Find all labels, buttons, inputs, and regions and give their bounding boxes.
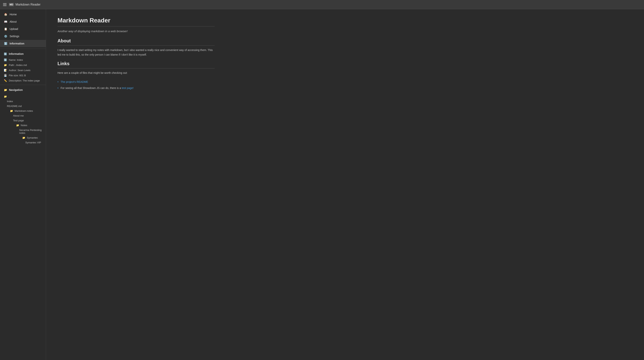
navigation-header-label: Navigation [9, 88, 23, 92]
info-path-text: Path: ./index.md [9, 64, 27, 66]
hamburger-menu-button[interactable] [3, 3, 6, 6]
gear-icon: ⚙️ [4, 34, 7, 38]
sidebar-information-label: Information [10, 42, 24, 45]
testpage-prefix: For seeing all that Showdown JS can do, … [60, 86, 122, 90]
book-icon: 📖 [4, 20, 7, 24]
section-links-heading: Links [58, 61, 215, 68]
info-header-icon: ℹ️ [4, 52, 7, 56]
info-name: ℹ️ Name: Index [0, 57, 46, 62]
links-list: The project's README For seeing all that… [58, 79, 215, 91]
info-name-text: Name: Index [9, 58, 23, 61]
file-about-me[interactable]: About me [3, 113, 46, 118]
nav-folder-icon: 📁 [4, 88, 7, 92]
notes-folder-name: Notes [21, 124, 27, 127]
page-subtitle: Another way of displaying markdown in a … [58, 30, 215, 33]
file-index[interactable]: Index [0, 99, 46, 104]
sidebar: 🏠 Home 📖 About 📋 Upload ⚙️ Settings ℹ️ I… [0, 9, 46, 360]
info-path: 📁 Path: ./index.md [0, 62, 46, 68]
info-description: ✏️ Description: The index page [0, 78, 46, 83]
list-item-readme: The project's README [58, 79, 215, 85]
info-description-text: Description: The index page [9, 79, 40, 82]
info-author-text: Author: Sean Lewis [9, 69, 30, 72]
markdown-notes-name: Markdown-notes [14, 110, 33, 112]
subtitle-rest: way of displaying markdown in a web brow… [68, 30, 128, 33]
sidebar-upload-label: Upload [10, 28, 18, 30]
info-name-icon: ℹ️ [4, 58, 7, 61]
notes-folder-icon: 📁 [16, 124, 19, 127]
section-about-heading: About [58, 38, 215, 46]
file-test-page[interactable]: Test page [3, 118, 46, 123]
sidebar-home-label: Home [10, 13, 17, 16]
folder-icon: 📁 [4, 64, 7, 66]
information-header: ℹ️ Information [0, 50, 46, 57]
root-folder-label: 📁 . [0, 94, 46, 99]
section-about-content: I really wanted to start writing my note… [58, 48, 215, 57]
subtitle-italic: Another [58, 30, 68, 33]
subfolder-notes: 📁 Notes Secarma Pentesting notes 📁 Syman… [3, 123, 46, 145]
notes-folder-label: 📁 Notes [6, 123, 46, 128]
subfolder-symantec: 📁 Symantec Symantec VIP [6, 135, 46, 145]
root-folder-icon: 📁 [4, 95, 7, 98]
file-symantec-vip[interactable]: Symantec VIP [9, 140, 46, 145]
info-filesize: 💾 File size: 601 B [0, 73, 46, 78]
sidebar-about-label: About [10, 20, 17, 23]
information-header-label: Information [9, 52, 24, 56]
testpage-link[interactable]: test page! [122, 86, 134, 90]
logo-icon: MD [9, 3, 14, 6]
root-folder-name: . [8, 95, 9, 98]
sidebar-item-home[interactable]: 🏠 Home [0, 11, 46, 18]
sidebar-item-information[interactable]: ℹ️ Information [0, 40, 46, 47]
root-folder: 📁 . Index README.md 📁 Markdown-notes Abo… [0, 93, 46, 146]
main-content: Markdown Reader Another way of displayin… [46, 9, 644, 360]
symantec-folder-icon: 📁 [22, 136, 25, 139]
home-icon: 🏠 [4, 13, 7, 16]
navigation-header: 📁 Navigation [0, 86, 46, 93]
markdown-notes-label: 📁 Markdown-notes [3, 108, 46, 113]
sidebar-settings-label: Settings [10, 35, 19, 38]
sidebar-item-settings[interactable]: ⚙️ Settings [0, 32, 46, 40]
readme-link[interactable]: The project's README [60, 80, 88, 84]
main-layout: 🏠 Home 📖 About 📋 Upload ⚙️ Settings ℹ️ I… [0, 9, 644, 360]
filesize-icon: 💾 [4, 74, 7, 77]
subfolder-markdown-notes: 📁 Markdown-notes About me Test page 📁 No… [0, 108, 46, 145]
markdown-notes-icon: 📁 [10, 110, 13, 112]
author-icon: 📝 [4, 69, 7, 72]
sidebar-information-section: ℹ️ Information ℹ️ Name: Index 📁 Path: ./… [0, 49, 46, 85]
app-title: Markdown Reader [16, 3, 41, 6]
page-title: Markdown Reader [58, 17, 215, 26]
sidebar-item-upload[interactable]: 📋 Upload [0, 25, 46, 32]
content-area: Markdown Reader Another way of displayin… [58, 17, 215, 91]
sidebar-nav-section: 🏠 Home 📖 About 📋 Upload ⚙️ Settings ℹ️ I… [0, 9, 46, 49]
sidebar-item-about[interactable]: 📖 About [0, 18, 46, 25]
symantec-folder-name: Symantec [27, 136, 38, 139]
list-item-testpage: For seeing all that Showdown JS can do, … [58, 85, 215, 91]
info-filesize-text: File size: 601 B [9, 74, 26, 77]
info-icon: ℹ️ [4, 42, 7, 45]
symantec-folder-label: 📁 Symantec [9, 135, 46, 140]
description-icon: ✏️ [4, 79, 7, 82]
app-header: MD Markdown Reader [0, 0, 644, 9]
navigation-tree: 📁 Navigation 📁 . Index README.md 📁 Markd… [0, 85, 46, 147]
file-readme[interactable]: README.md [0, 104, 46, 108]
section-links-intro: Here are a couple of files that might be… [58, 71, 215, 75]
upload-icon: 📋 [4, 27, 7, 31]
info-author: 📝 Author: Sean Lewis [0, 68, 46, 73]
app-logo: MD Markdown Reader [9, 3, 40, 6]
file-secarma[interactable]: Secarma Pentesting notes [6, 128, 46, 135]
